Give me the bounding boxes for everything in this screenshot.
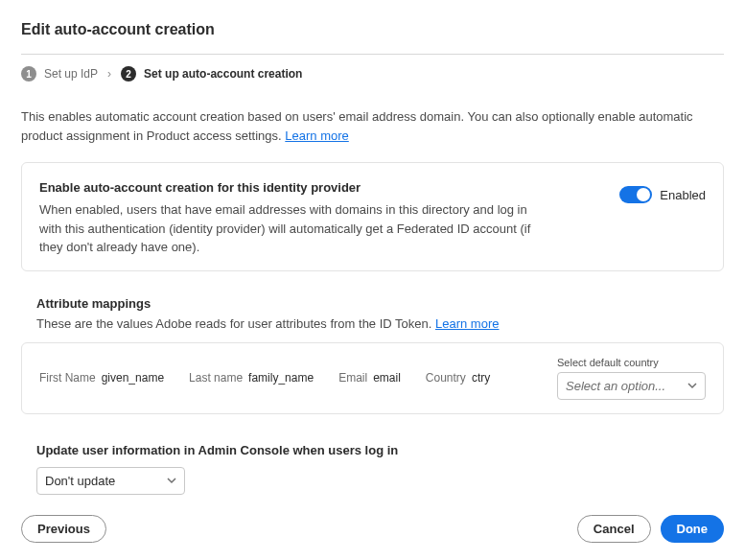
page-title: Edit auto-account creation	[21, 21, 724, 38]
learn-more-link[interactable]: Learn more	[285, 128, 348, 143]
chevron-right-icon: ›	[107, 67, 111, 81]
mappings-sub: These are the values Adobe reads for use…	[36, 316, 709, 331]
wizard-steps: 1 Set up IdP › 2 Set up auto-account cre…	[21, 66, 724, 82]
chevron-down-icon	[167, 476, 176, 485]
mapping-last-name: Last name family_name	[189, 371, 314, 385]
step-1-label: Set up IdP	[44, 67, 98, 81]
default-country-block: Select default country Select an option.…	[557, 357, 706, 400]
mappings-sub-text: These are the values Adobe reads for use…	[36, 316, 435, 331]
mappings-section: Attribute mappings These are the values …	[21, 281, 724, 342]
update-section: Update user information in Admin Console…	[21, 443, 724, 495]
enable-toggle[interactable]	[619, 186, 652, 203]
enable-toggle-label: Enabled	[660, 188, 706, 202]
mappings-learn-more-link[interactable]: Learn more	[435, 316, 499, 331]
enable-body: When enabled, users that have email addr…	[39, 200, 538, 257]
default-country-value: Select an option...	[566, 379, 665, 393]
update-mode-value: Don't update	[45, 474, 115, 488]
divider	[21, 54, 724, 55]
mapping-email: Email email	[338, 371, 401, 385]
step-2-label: Set up auto-account creation	[144, 67, 302, 81]
done-button[interactable]: Done	[661, 515, 725, 543]
mapping-country: Country ctry	[426, 371, 490, 385]
intro-body: This enables automatic account creation …	[21, 109, 693, 143]
chevron-down-icon	[687, 381, 697, 390]
mapping-first-name: First Name given_name	[39, 371, 164, 385]
enable-card: Enable auto-account creation for this id…	[21, 162, 724, 271]
default-country-label: Select default country	[557, 357, 706, 368]
step-2: 2 Set up auto-account creation	[121, 66, 302, 82]
step-1[interactable]: 1 Set up IdP	[21, 66, 98, 82]
footer-actions: Previous Cancel Done	[21, 498, 724, 543]
step-1-number: 1	[21, 66, 36, 82]
intro-text: This enables automatic account creation …	[21, 107, 724, 145]
mappings-heading: Attribute mappings	[36, 296, 709, 311]
mappings-card: First Name given_name Last name family_n…	[21, 342, 724, 414]
previous-button[interactable]: Previous	[21, 515, 106, 543]
enable-toggle-group: Enabled	[619, 180, 706, 203]
enable-heading: Enable auto-account creation for this id…	[39, 180, 600, 195]
default-country-select[interactable]: Select an option...	[557, 372, 706, 400]
update-mode-select[interactable]: Don't update	[36, 467, 185, 495]
step-2-number: 2	[121, 66, 136, 82]
update-heading: Update user information in Admin Console…	[36, 443, 722, 457]
cancel-button[interactable]: Cancel	[577, 515, 651, 543]
